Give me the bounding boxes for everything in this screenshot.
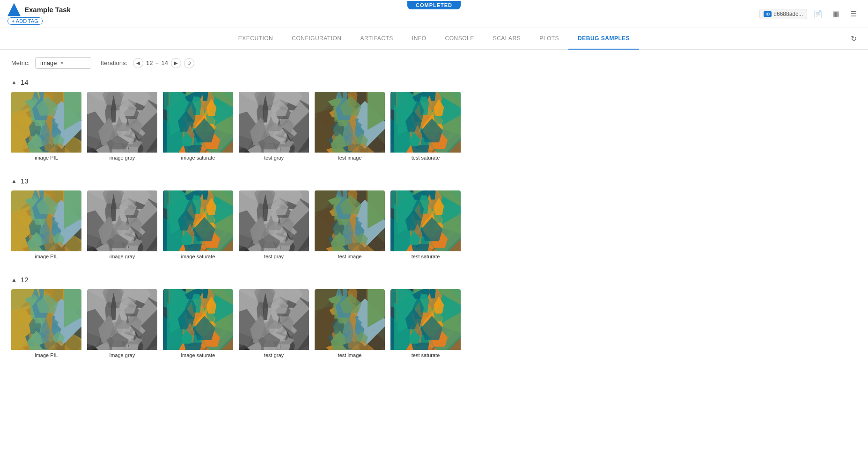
folder-icon-button[interactable]: 📄	[811, 7, 825, 21]
image-card[interactable]: test image	[315, 92, 385, 162]
iteration-number: 13	[21, 177, 29, 185]
image-caption: test saturate	[390, 351, 461, 359]
iteration-group-12: ▲ 12 image PILimage grayimage saturatete…	[11, 276, 857, 359]
iteration-header-12[interactable]: ▲ 12	[11, 276, 857, 284]
image-card[interactable]: image gray	[87, 289, 157, 359]
image-card[interactable]: image gray	[87, 92, 157, 162]
chevron-icon: ▲	[11, 79, 17, 86]
image-grid-14: image PILimage grayimage saturatetest gr…	[11, 92, 857, 162]
nav-tabs: EXECUTION CONFIGURATION ARTIFACTS INFO C…	[0, 28, 868, 50]
iter-to: 14	[162, 59, 168, 66]
metric-select[interactable]: image ▼	[35, 57, 91, 69]
image-card[interactable]: test saturate	[390, 289, 461, 359]
image-caption: image PIL	[11, 351, 81, 359]
iteration-number: 12	[21, 276, 29, 284]
iter-end-button[interactable]: ⊙	[184, 58, 194, 68]
refresh-icon-button[interactable]: ↻	[846, 32, 861, 46]
image-canvas	[239, 92, 309, 153]
image-caption: image saturate	[163, 252, 233, 261]
tab-info[interactable]: INFO	[403, 28, 436, 50]
image-grid-12: image PILimage grayimage saturatetest gr…	[11, 289, 857, 359]
iteration-group-14: ▲ 14 image PILimage grayimage saturatete…	[11, 78, 857, 162]
header-right: ID d6688adc... 📄 ▦ ☰	[759, 7, 861, 21]
image-caption: test image	[315, 351, 385, 359]
image-canvas	[315, 92, 385, 153]
image-canvas	[87, 289, 157, 350]
iter-range: 12 ↔ 14	[146, 59, 168, 66]
tab-plots[interactable]: PLOTS	[530, 28, 568, 50]
image-card[interactable]: image PIL	[11, 92, 81, 162]
iter-next-button[interactable]: ▶	[171, 58, 181, 68]
id-badge: ID d6688adc...	[759, 9, 807, 19]
image-canvas	[11, 190, 81, 251]
nav-refresh: ↻	[846, 32, 861, 46]
id-label: ID	[764, 11, 772, 17]
image-canvas	[390, 190, 461, 251]
image-canvas	[239, 190, 309, 251]
image-card[interactable]: test saturate	[390, 92, 461, 162]
iter-from: 12	[146, 59, 153, 66]
image-card[interactable]: test gray	[239, 92, 309, 162]
image-card[interactable]: image PIL	[11, 289, 81, 359]
chevron-icon: ▲	[11, 178, 17, 184]
image-card[interactable]: image gray	[87, 190, 157, 261]
tab-artifacts[interactable]: ARTIFACTS	[351, 28, 403, 50]
iteration-header-13[interactable]: ▲ 13	[11, 177, 857, 185]
iter-prev-button[interactable]: ◀	[133, 58, 143, 68]
image-canvas	[87, 190, 157, 251]
image-canvas	[11, 289, 81, 350]
iter-controls: ◀ 12 ↔ 14 ▶ ⊙	[133, 58, 194, 68]
iteration-number: 14	[21, 78, 29, 86]
metric-label: Metric:	[11, 59, 29, 66]
metric-bar: Metric: image ▼ Iterations: ◀ 12 ↔ 14 ▶ …	[11, 57, 857, 69]
iteration-group-13: ▲ 13 image PILimage grayimage saturatete…	[11, 177, 857, 261]
image-card[interactable]: image PIL	[11, 190, 81, 261]
menu-icon-button[interactable]: ☰	[846, 7, 861, 21]
image-canvas	[315, 289, 385, 350]
image-card[interactable]: image saturate	[163, 190, 233, 261]
image-caption: image PIL	[11, 252, 81, 261]
image-caption: test gray	[239, 153, 309, 162]
header-left: Example Task + ADD TAG	[7, 3, 71, 25]
image-card[interactable]: test gray	[239, 190, 309, 261]
chevron-down-icon: ▼	[59, 60, 64, 66]
image-caption: image saturate	[163, 153, 233, 162]
image-card[interactable]: test image	[315, 289, 385, 359]
image-caption: image PIL	[11, 153, 81, 162]
image-canvas	[163, 289, 233, 350]
tab-scalars[interactable]: SCALARS	[484, 28, 530, 50]
image-canvas	[390, 289, 461, 350]
tab-debug-samples[interactable]: DEBUG SAMPLES	[568, 28, 639, 50]
image-card[interactable]: test gray	[239, 289, 309, 359]
image-grid-13: image PILimage grayimage saturatetest gr…	[11, 190, 857, 261]
layout-icon-button[interactable]: ▦	[829, 7, 843, 21]
image-caption: test gray	[239, 351, 309, 359]
tab-execution[interactable]: EXECUTION	[229, 28, 283, 50]
image-card[interactable]: image saturate	[163, 289, 233, 359]
image-caption: test saturate	[390, 252, 461, 261]
tab-configuration[interactable]: CONFIGURATION	[282, 28, 351, 50]
image-caption: test gray	[239, 252, 309, 261]
iter-separator: ↔	[155, 60, 160, 66]
image-canvas	[239, 289, 309, 350]
image-caption: image gray	[87, 252, 157, 261]
iterations-label: Iterations:	[101, 59, 127, 66]
image-caption: image gray	[87, 153, 157, 162]
image-card[interactable]: test saturate	[390, 190, 461, 261]
metric-select-value: image	[40, 59, 57, 66]
chevron-icon: ▲	[11, 277, 17, 283]
app-title: Example Task	[24, 6, 71, 14]
add-tag-button[interactable]: + ADD TAG	[7, 17, 43, 25]
image-card[interactable]: test image	[315, 190, 385, 261]
image-caption: test saturate	[390, 153, 461, 162]
iteration-header-14[interactable]: ▲ 14	[11, 78, 857, 86]
app-logo: Example Task	[7, 3, 71, 16]
tab-console[interactable]: CONSOLE	[436, 28, 484, 50]
image-canvas	[11, 92, 81, 153]
image-caption: test image	[315, 153, 385, 162]
image-caption: image saturate	[163, 351, 233, 359]
image-caption: test image	[315, 252, 385, 261]
image-card[interactable]: image saturate	[163, 92, 233, 162]
header: Example Task + ADD TAG ID d6688adc... 📄 …	[0, 0, 868, 28]
image-canvas	[163, 92, 233, 153]
